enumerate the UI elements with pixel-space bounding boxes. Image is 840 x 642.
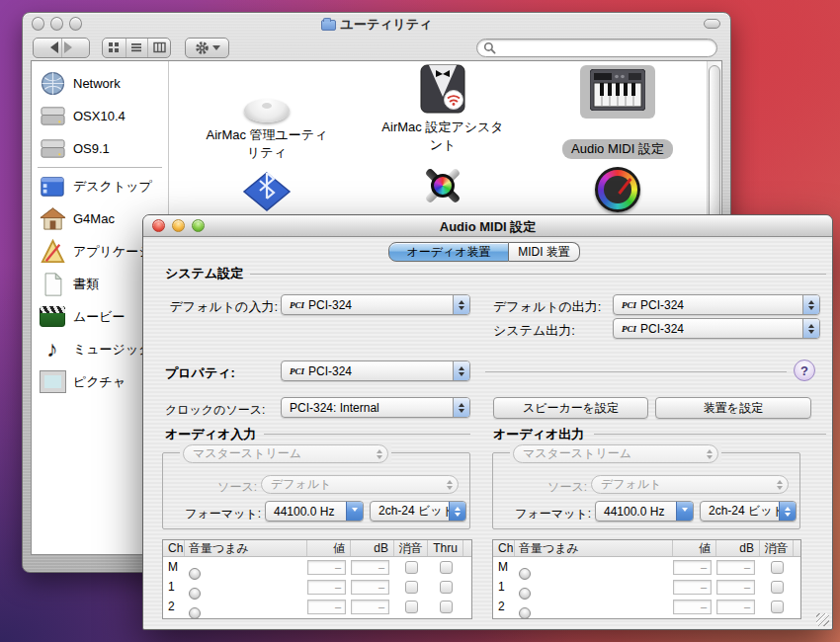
mute-checkbox[interactable] — [405, 581, 418, 594]
finder-window-title: ユーティリティ — [23, 16, 730, 34]
sample-rate-combo[interactable]: 44100.0 Hz — [595, 501, 694, 522]
default-output-popup[interactable]: PCI PCI-324 — [613, 294, 820, 315]
sidebar-item-label: デスクトップ — [73, 178, 152, 196]
mute-checkbox[interactable] — [771, 581, 784, 594]
db-field[interactable]: – — [351, 560, 389, 575]
resize-grip[interactable] — [816, 613, 829, 626]
file-icon-audio-midi-setup[interactable]: Audio MIDI 設定 — [544, 67, 692, 159]
magnifier-icon — [483, 41, 496, 54]
db-field[interactable]: – — [716, 580, 755, 595]
icon-view-button[interactable] — [103, 39, 126, 57]
thru-checkbox[interactable] — [440, 561, 453, 574]
file-icon-label-selected: Audio MIDI 設定 — [562, 139, 673, 159]
db-field[interactable]: – — [351, 580, 389, 595]
mute-checkbox[interactable] — [405, 601, 418, 613]
sidebar-item-label: ミュージック — [73, 341, 152, 359]
stream-popup[interactable]: マスターストリーム — [183, 444, 388, 463]
file-icon-digitalcolor-meter[interactable] — [544, 161, 692, 212]
db-field[interactable]: – — [716, 600, 755, 614]
column-view-button[interactable] — [147, 39, 170, 57]
value-field[interactable]: – — [307, 600, 346, 614]
window-title: Audio MIDI 設定 — [143, 218, 832, 236]
forward-button[interactable] — [61, 39, 89, 57]
sidebar-item-osx104[interactable]: OSX10.4 — [32, 100, 168, 132]
bit-depth-popup[interactable]: 2ch-24 ビット — [370, 501, 466, 522]
popup-arrows-icon — [707, 445, 713, 462]
source-popup[interactable]: デフォルト — [591, 475, 789, 494]
mute-checkbox[interactable] — [405, 561, 418, 574]
configure-device-button[interactable]: 装置を設定 — [655, 397, 811, 419]
list-view-button[interactable] — [126, 39, 148, 57]
popup-arrows-icon — [453, 295, 469, 314]
thru-checkbox[interactable] — [440, 581, 453, 594]
default-input-popup[interactable]: PCI PCI-324 — [281, 294, 470, 315]
pci-logo: PCI — [622, 324, 636, 334]
audio-output-groupbox: マスターストリーム ソース: デフォルト フォーマット: 44100.0 Hz … — [492, 452, 800, 529]
source-popup[interactable]: デフォルト — [261, 475, 459, 494]
file-icon-bluetooth[interactable] — [193, 161, 341, 212]
input-mixer-table: Ch 音量つまみ 値 dB 消音 Thru M – – 1 – — [162, 539, 472, 619]
audio-midi-titlebar[interactable]: Audio MIDI 設定 — [143, 215, 832, 237]
table-header-row: Ch 音量つまみ 値 dB 消音 — [493, 540, 800, 557]
properties-popup[interactable]: PCI PCI-324 — [281, 361, 470, 381]
combo-arrow-icon — [676, 502, 693, 521]
db-field[interactable]: – — [351, 600, 389, 614]
slider-thumb[interactable] — [519, 568, 531, 580]
selection-highlight — [580, 65, 655, 119]
network-globe-icon — [39, 70, 66, 98]
midi-keyboard-icon — [590, 69, 645, 111]
file-icon-airmac-admin[interactable]: AirMac 管理ユーティリティ — [193, 71, 341, 163]
sidebar-item-desktop[interactable]: デスクトップ — [32, 170, 168, 202]
search-field[interactable] — [476, 39, 717, 57]
sidebar-item-network[interactable]: Network — [32, 67, 168, 100]
value-field[interactable]: – — [307, 560, 346, 575]
column-view-icon — [153, 41, 166, 53]
pci-logo: PCI — [290, 366, 304, 376]
file-icon-airmac-assistant[interactable]: AirMac 設定アシスタント — [369, 63, 517, 155]
toolbar-toggle-lozenge[interactable] — [704, 19, 720, 29]
value-field[interactable]: – — [673, 580, 712, 595]
tuxedo-wifi-icon — [419, 63, 466, 115]
sidebar-item-os91[interactable]: OS9.1 — [32, 132, 168, 165]
default-input-label: デフォルトの入力: — [143, 298, 278, 316]
mute-checkbox[interactable] — [771, 601, 784, 613]
help-button[interactable]: ? — [794, 360, 815, 381]
slider-thumb[interactable] — [189, 607, 201, 619]
channel-label: 1 — [493, 580, 515, 594]
movies-icon — [39, 303, 66, 331]
mute-checkbox[interactable] — [771, 561, 784, 574]
slider-thumb[interactable] — [189, 588, 201, 600]
finder-titlebar[interactable]: ユーティリティ — [23, 13, 730, 35]
channel-label: 2 — [163, 600, 185, 613]
table-row: 2 – – — [163, 597, 471, 616]
tab-midi-devices[interactable]: MIDI 装置 — [509, 242, 580, 262]
back-button[interactable] — [34, 39, 61, 57]
slider-thumb[interactable] — [519, 588, 531, 600]
forward-arrow-icon — [64, 41, 90, 53]
table-header-row: Ch 音量つまみ 値 dB 消音 Thru — [163, 540, 471, 557]
slider-thumb[interactable] — [189, 568, 201, 580]
slider-thumb[interactable] — [519, 607, 531, 619]
bit-depth-popup[interactable]: 2ch-24 ビット — [700, 501, 797, 522]
colorsync-tools-icon — [418, 161, 467, 210]
db-field[interactable]: – — [716, 560, 755, 575]
file-icon-colorsync[interactable] — [369, 159, 517, 210]
configure-speakers-button[interactable]: スピーカーを設定 — [493, 397, 648, 419]
value-field[interactable]: – — [673, 560, 712, 575]
system-output-popup[interactable]: PCI PCI-324 — [613, 318, 820, 339]
value-field[interactable]: – — [673, 600, 712, 614]
value-field[interactable]: – — [307, 580, 346, 595]
search-input[interactable] — [496, 40, 711, 55]
sample-rate-combo[interactable]: 44100.0 Hz — [265, 501, 364, 522]
tab-audio-devices[interactable]: オーディオ装置 — [388, 242, 509, 262]
clock-source-popup[interactable]: PCI-324: Internal — [281, 397, 470, 418]
popup-arrows-icon — [449, 502, 465, 521]
stream-popup[interactable]: マスターストリーム — [513, 444, 718, 463]
combo-arrow-icon — [346, 502, 363, 521]
thru-checkbox[interactable] — [440, 601, 453, 613]
action-menu-button[interactable] — [185, 38, 229, 58]
popup-arrows-icon — [453, 398, 469, 417]
back-forward-control — [33, 38, 90, 58]
table-row: 1 – – — [493, 577, 800, 597]
file-icon-label: AirMac 管理ユーティリティ — [193, 125, 341, 163]
